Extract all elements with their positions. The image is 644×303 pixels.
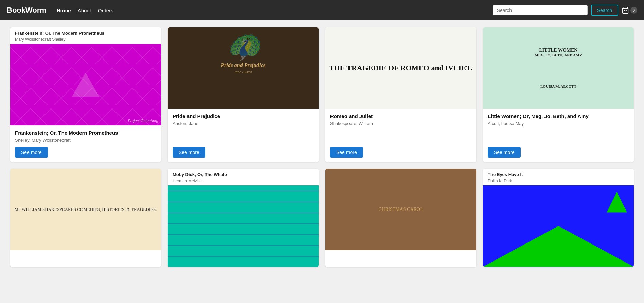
cover-christmas-text: CHRISTMAS CAROL [378,207,423,212]
book-author-header-frankenstein: Mary Wollstonecraft Shelley [15,37,156,42]
book-info-pride: Pride and Prejudice Austen, Jane See mor… [168,109,319,162]
search-input[interactable] [493,5,588,15]
book-cover-romeo: THE TRAGEDIE OF ROMEO and IVLIET. [325,27,476,109]
book-cover-christmas: CHRISTMAS CAROL [325,169,476,250]
see-more-pride[interactable]: See more [173,147,205,158]
cover-christmas-inner: CHRISTMAS CAROL [378,207,423,212]
book-cover-pride: Pride and Prejudice Jane Austen [168,27,319,109]
nav-orders[interactable]: Orders [98,7,113,13]
book-card-pride: Pride and Prejudice Jane Austen Pride an… [168,27,319,162]
cart-count: 0 [630,7,637,14]
cover-pride-author: Jane Austen [234,70,252,74]
cover-women-sub: MEG, JO, BETH, AND AMY [535,53,582,57]
search-button[interactable]: Search [591,5,618,16]
book-author-romeo: Shakespeare, William [330,121,471,126]
cover-shakespeare-text: Mr. WILLIAM SHAKESPEARES COMEDIES, HISTO… [15,207,157,212]
book-card-moby: Moby Dick; Or, The Whale Herman Melville [168,169,319,267]
book-cover-shakespeare: Mr. WILLIAM SHAKESPEARES COMEDIES, HISTO… [10,169,161,250]
nav-about[interactable]: About [78,7,91,13]
book-card-top-frankenstein: Frankenstein; Or, The Modern Prometheus … [10,27,161,44]
book-title-frankenstein: Frankenstein; Or, The Modern Prometheus [15,130,156,136]
nav-home[interactable]: Home [57,7,71,13]
books-grid: Frankenstein; Or, The Modern Prometheus … [10,27,634,267]
nav-right: Search 0 [493,5,637,16]
book-card-shakespeare: Mr. WILLIAM SHAKESPEARES COMEDIES, HISTO… [10,169,161,267]
book-card-frankenstein: Frankenstein; Or, The Modern Prometheus … [10,27,161,162]
book-title-pride: Pride and Prejudice [173,113,314,120]
cover-romeo-text: THE TRAGEDIE OF ROMEO and IVLIET. [329,63,473,73]
book-info-women: Little Women; Or, Meg, Jo, Beth, and Amy… [483,109,634,162]
book-cover-moby [168,185,319,267]
book-author-header-eyes: Philip K. Dick [488,179,629,183]
book-card-top-eyes: The Eyes Have It Philip K. Dick [483,169,634,185]
cover-frankenstein-label: Project Gutenberg [128,119,158,123]
book-card-top-moby: Moby Dick; Or, The Whale Herman Melville [168,169,319,185]
cover-women-top: LITTLE WOMEN [535,48,582,53]
navbar: BookWorm Home About Orders Search 0 [0,0,644,20]
book-card-romeo: THE TRAGEDIE OF ROMEO and IVLIET. Romeo … [325,27,476,162]
book-title-header-frankenstein: Frankenstein; Or, The Modern Prometheus [15,31,156,36]
book-title-header-eyes: The Eyes Have It [488,172,629,177]
cover-pride-inner: Pride and Prejudice Jane Austen [217,59,269,77]
book-card-women: LITTLE WOMEN MEG, JO, BETH, AND AMY LOUI… [483,27,634,162]
cover-women-bottom: LOUISA M. ALCOTT [535,84,582,88]
book-author-pride: Austen, Jane [173,121,314,126]
book-title-women: Little Women; Or, Meg, Jo, Beth, and Amy [488,113,629,120]
book-info-frankenstein: Frankenstein; Or, The Modern Prometheus … [10,125,161,162]
main-content: Frankenstein; Or, The Modern Prometheus … [0,20,644,274]
cover-women-text: LITTLE WOMEN MEG, JO, BETH, AND AMY LOUI… [532,45,585,91]
book-title-romeo: Romeo and Juliet [330,113,471,120]
see-more-women[interactable]: See more [488,147,521,158]
book-cover-frankenstein: Project Gutenberg [10,44,161,125]
cart-icon [622,6,629,14]
brand-logo[interactable]: BookWorm [7,6,47,15]
nav-links: Home About Orders [57,7,493,13]
book-info-romeo: Romeo and Juliet Shakespeare, William Se… [325,109,476,162]
book-cover-women: LITTLE WOMEN MEG, JO, BETH, AND AMY LOUI… [483,27,634,109]
book-author-frankenstein: Shelley, Mary Wollstonecraft [15,138,156,143]
book-author-women: Alcott, Louisa May [488,121,629,126]
book-card-christmas: CHRISTMAS CAROL [325,169,476,267]
see-more-romeo[interactable]: See more [330,147,363,158]
book-title-header-moby: Moby Dick; Or, The Whale [173,172,314,177]
cover-pride-title: Pride and Prejudice [221,62,266,68]
book-author-header-moby: Herman Melville [173,179,314,183]
book-card-eyes: The Eyes Have It Philip K. Dick [483,169,634,267]
book-cover-eyes [483,185,634,267]
cart-button[interactable]: 0 [622,6,637,14]
see-more-frankenstein[interactable]: See more [15,147,48,158]
